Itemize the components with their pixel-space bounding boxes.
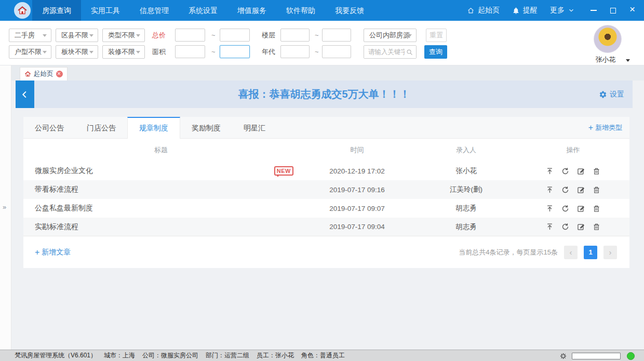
floor-min-input[interactable] [280, 29, 310, 42]
tab-rules-regulations[interactable]: 规章制度 [127, 117, 180, 139]
expand-panel-icon[interactable] [3, 203, 6, 211]
tab-close-icon[interactable] [56, 71, 63, 77]
user-name: 张小花 [586, 55, 625, 64]
document-tabstrip: 起始页 [11, 65, 644, 81]
add-type-button[interactable]: 新增类型 [588, 117, 622, 139]
area-max-input[interactable] [220, 45, 250, 58]
caret-down-icon [89, 34, 93, 37]
close-icon[interactable] [629, 7, 637, 14]
column-header-title: 标题 [23, 145, 299, 155]
price-range-separator: ~ [211, 29, 216, 42]
refresh-button[interactable] [561, 204, 570, 213]
caret-down-icon [43, 51, 47, 54]
user-avatar[interactable] [594, 25, 622, 53]
search-icon[interactable] [406, 48, 413, 56]
pin-top-button[interactable] [545, 167, 554, 176]
progress-bar [572, 353, 621, 359]
status-employee: 员工：张小花 [257, 351, 294, 360]
announcement-title: 喜报：恭喜胡志勇成交5万大单！！！ [16, 81, 633, 108]
tab-store-notice[interactable]: 门店公告 [75, 117, 127, 138]
next-page-button[interactable] [603, 246, 617, 259]
district-value: 区县不限 [61, 31, 88, 39]
user-menu-caret-icon[interactable] [626, 59, 630, 62]
more-label: 更多 [550, 6, 565, 15]
table-row[interactable]: 实勘标准流程 2019-07-17 09:04 胡志勇 [23, 218, 629, 236]
home-page-button[interactable]: 起始页 [467, 6, 500, 15]
delete-button[interactable] [592, 204, 601, 213]
pin-top-button[interactable] [545, 204, 554, 213]
table-header: 标题 时间 录入人 操作 [23, 139, 629, 162]
delete-button[interactable] [592, 185, 601, 194]
property-type-select[interactable]: 二手房 [9, 29, 51, 42]
article-title[interactable]: 实勘标准流程 [35, 222, 78, 232]
floor-max-input[interactable] [322, 29, 351, 42]
article-title[interactable]: 微服实房企业文化 [35, 166, 93, 176]
query-button[interactable]: 查询 [424, 45, 447, 59]
floor-label: 楼层 [262, 29, 275, 42]
price-min-input[interactable] [175, 29, 205, 42]
delete-button[interactable] [592, 167, 601, 176]
reminder-label: 提醒 [523, 6, 538, 15]
add-article-button[interactable]: 新增文章 [35, 248, 71, 257]
article-author: 江美玲(删) [415, 185, 517, 194]
edit-icon [577, 205, 585, 212]
article-title[interactable]: 公盘私盘最新制度 [35, 204, 93, 213]
banner-settings-button[interactable]: 设置 [599, 81, 624, 108]
app-logo[interactable] [14, 2, 31, 19]
menu-item-software-help[interactable]: 软件帮助 [276, 0, 325, 21]
article-title[interactable]: 带看标准流程 [35, 185, 78, 194]
menu-item-value-services[interactable]: 增值服务 [227, 0, 276, 21]
add-article-label: 新增文章 [42, 248, 71, 257]
table-row[interactable]: 微服实房企业文化 NEW 2020-12-19 17:02 张小花 [23, 162, 629, 180]
refresh-button[interactable] [561, 222, 570, 231]
price-max-input[interactable] [220, 29, 250, 42]
menu-item-info-management[interactable]: 信息管理 [130, 0, 179, 21]
decoration-select[interactable]: 装修不限 [102, 45, 145, 59]
delete-button[interactable] [592, 222, 601, 231]
table-row[interactable]: 公盘私盘最新制度 2019-07-17 09:07 胡志勇 [23, 199, 629, 218]
block-select[interactable]: 板块不限 [56, 45, 98, 59]
prev-page-button[interactable] [564, 246, 578, 259]
reset-button[interactable]: 重置 [426, 29, 447, 42]
refresh-button[interactable] [561, 167, 570, 176]
block-value: 板块不限 [61, 48, 88, 56]
edit-button[interactable] [576, 222, 585, 231]
source-select[interactable]: 公司内部房源 [364, 29, 417, 42]
pin-top-icon [546, 223, 554, 231]
tab-company-notice[interactable]: 公司公告 [23, 117, 75, 138]
refresh-button[interactable] [561, 185, 570, 194]
gear-icon [599, 90, 607, 99]
edit-button[interactable] [576, 204, 585, 213]
property-type-value: 二手房 [15, 31, 35, 39]
tab-reward-system[interactable]: 奖励制度 [180, 117, 232, 138]
tab-star-hub[interactable]: 明星汇 [232, 117, 277, 138]
menu-item-system-settings[interactable]: 系统设置 [179, 0, 227, 21]
edit-button[interactable] [576, 167, 585, 176]
pin-top-button[interactable] [545, 222, 554, 231]
house-logo-icon [17, 5, 28, 16]
category-select[interactable]: 类型不限 [102, 29, 145, 42]
menu-item-feedback[interactable]: 我要反馈 [325, 0, 374, 21]
year-max-input[interactable] [322, 45, 351, 58]
year-min-input[interactable] [280, 45, 310, 58]
maximize-icon[interactable] [610, 8, 616, 14]
more-menu-button[interactable]: 更多 [550, 6, 575, 15]
current-page-button[interactable]: 1 [584, 246, 597, 259]
decoration-value: 装修不限 [108, 48, 135, 56]
pin-top-icon [546, 167, 554, 175]
reminder-button[interactable]: 提醒 [512, 6, 538, 15]
pin-top-button[interactable] [545, 185, 554, 194]
menu-item-utilities[interactable]: 实用工具 [81, 0, 130, 21]
refresh-icon [561, 167, 569, 175]
caret-down-icon [408, 34, 412, 37]
filter-panel: 二手房 区县不限 类型不限 总价 ~ 楼层 ~ 公司内部房源 重置 户型不限 板… [0, 21, 644, 65]
layout-select[interactable]: 户型不限 [9, 45, 51, 59]
status-city: 城市：上海 [104, 351, 135, 360]
tab-home-page[interactable]: 起始页 [20, 67, 68, 81]
edit-button[interactable] [576, 185, 585, 194]
minimize-icon[interactable] [591, 10, 597, 11]
menu-item-listing-search[interactable]: 房源查询 [32, 0, 81, 21]
district-select[interactable]: 区县不限 [56, 29, 98, 42]
table-row[interactable]: 带看标准流程 2019-07-17 09:16 江美玲(删) [23, 180, 629, 199]
area-min-input[interactable] [175, 45, 205, 58]
